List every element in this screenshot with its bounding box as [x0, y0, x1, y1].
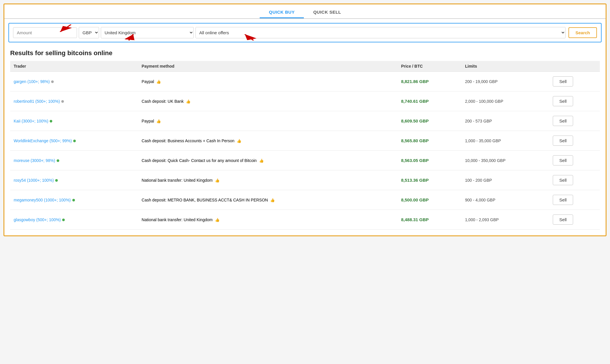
- price-value: 8,740.61 GBP: [401, 99, 429, 104]
- price-value: 8,488.31 GBP: [401, 217, 429, 222]
- price-value: 8,565.80 GBP: [401, 138, 429, 143]
- thumbs-up-icon: 👍: [215, 178, 220, 183]
- trader-link[interactable]: robertino81 (500+; 100%): [14, 99, 60, 104]
- payment-cell: Cash deposit: METRO BANK, BUSINESS ACCT&…: [138, 190, 398, 210]
- trader-cell: gargen (100+; 98%): [10, 72, 138, 91]
- trader-cell: WorldlinkExchange (500+; 99%): [10, 131, 138, 151]
- trader-link[interactable]: rosy54 (1000+; 100%): [14, 178, 54, 183]
- status-dot: [62, 219, 65, 221]
- sell-button[interactable]: Sell: [553, 195, 573, 205]
- table-row: rosy54 (1000+; 100%)National bank transf…: [10, 170, 600, 190]
- sell-button[interactable]: Sell: [553, 215, 573, 225]
- trader-cell: megamoney500 (1000+; 100%): [10, 190, 138, 210]
- results-title: Results for selling bitcoins online: [10, 49, 600, 57]
- sell-cell: Sell: [549, 72, 600, 91]
- price-cell: 8,740.61 GBP: [398, 91, 462, 111]
- offers-select[interactable]: All online offers Cash deposit Paypal Na…: [195, 27, 566, 38]
- table-row: gargen (100+; 98%)Paypal 👍8,821.86 GBP20…: [10, 72, 600, 91]
- tab-bar: QUICK BUY QUICK SELL: [4, 4, 606, 19]
- status-dot: [73, 140, 76, 142]
- currency-select[interactable]: GBP USD EUR: [79, 27, 99, 38]
- col-header-action: [549, 61, 600, 72]
- status-dot: [55, 179, 58, 182]
- search-bar: GBP USD EUR United Kingdom United States…: [8, 23, 602, 42]
- country-select[interactable]: United Kingdom United States Germany: [101, 27, 194, 38]
- thumbs-up-icon: 👍: [156, 119, 161, 123]
- limits-cell: 1,000 - 35,000 GBP: [462, 131, 549, 151]
- price-cell: 8,563.05 GBP: [398, 151, 462, 170]
- price-value: 8,609.50 GBP: [401, 118, 429, 123]
- results-section: Results for selling bitcoins online Trad…: [4, 46, 606, 235]
- sell-button[interactable]: Sell: [553, 76, 573, 87]
- sell-cell: Sell: [549, 210, 600, 230]
- price-cell: 8,609.50 GBP: [398, 111, 462, 131]
- price-cell: 8,565.80 GBP: [398, 131, 462, 151]
- limits-cell: 1,000 - 2,093 GBP: [462, 210, 549, 230]
- limits-cell: 100 - 200 GBP: [462, 170, 549, 190]
- payment-cell: Paypal 👍: [138, 111, 398, 131]
- table-row: megamoney500 (1000+; 100%)Cash deposit: …: [10, 190, 600, 210]
- thumbs-up-icon: 👍: [259, 158, 264, 163]
- trader-cell: Kaii (3000+; 100%): [10, 111, 138, 131]
- amount-input[interactable]: [13, 27, 77, 38]
- col-header-limits: Limits: [462, 61, 549, 72]
- status-dot: [50, 120, 52, 122]
- table-row: Kaii (3000+; 100%)Paypal 👍8,609.50 GBP20…: [10, 111, 600, 131]
- sell-button[interactable]: Sell: [553, 155, 573, 165]
- thumbs-up-icon: 👍: [237, 139, 241, 143]
- search-bar-wrapper: GBP USD EUR United Kingdom United States…: [4, 23, 606, 42]
- trader-link[interactable]: WorldlinkExchange (500+; 99%): [14, 138, 72, 143]
- price-value: 8,563.05 GBP: [401, 158, 429, 163]
- sell-button[interactable]: Sell: [553, 116, 573, 126]
- price-value: 8,500.00 GBP: [401, 197, 429, 202]
- search-button[interactable]: Search: [568, 27, 597, 38]
- price-cell: 8,488.31 GBP: [398, 210, 462, 230]
- thumbs-up-icon: 👍: [156, 80, 161, 84]
- sell-cell: Sell: [549, 151, 600, 170]
- table-row: WorldlinkExchange (500+; 99%)Cash deposi…: [10, 131, 600, 151]
- limits-cell: 900 - 4,000 GBP: [462, 190, 549, 210]
- price-value: 8,821.86 GBP: [401, 79, 429, 84]
- trader-link[interactable]: moreuse (3000+; 98%): [14, 158, 55, 163]
- trader-link[interactable]: gargen (100+; 98%): [14, 79, 50, 84]
- tab-quick-sell[interactable]: QUICK SELL: [304, 7, 350, 18]
- col-header-price: Price / BTC: [398, 61, 462, 72]
- sell-button[interactable]: Sell: [553, 175, 573, 185]
- sell-cell: Sell: [549, 91, 600, 111]
- trader-cell: glasgowboy (500+; 100%): [10, 210, 138, 230]
- sell-button[interactable]: Sell: [553, 96, 573, 106]
- thumbs-up-icon: 👍: [186, 99, 191, 104]
- limits-cell: 2,000 - 100,000 GBP: [462, 91, 549, 111]
- trader-link[interactable]: glasgowboy (500+; 100%): [14, 217, 61, 222]
- trader-link[interactable]: megamoney500 (1000+; 100%): [14, 198, 71, 202]
- tab-quick-buy[interactable]: QUICK BUY: [260, 7, 304, 18]
- trader-cell: moreuse (3000+; 98%): [10, 151, 138, 170]
- table-row: moreuse (3000+; 98%)Cash deposit: Quick …: [10, 151, 600, 170]
- status-dot: [51, 80, 54, 83]
- status-dot: [57, 159, 59, 162]
- table-row: glasgowboy (500+; 100%)National bank tra…: [10, 210, 600, 230]
- status-dot: [72, 199, 75, 201]
- price-cell: 8,821.86 GBP: [398, 72, 462, 91]
- sell-button[interactable]: Sell: [553, 136, 573, 146]
- price-cell: 8,500.00 GBP: [398, 190, 462, 210]
- trader-link[interactable]: Kaii (3000+; 100%): [14, 119, 48, 123]
- thumbs-up-icon: 👍: [270, 198, 275, 202]
- limits-cell: 10,000 - 350,000 GBP: [462, 151, 549, 170]
- col-header-payment: Payment method: [138, 61, 398, 72]
- price-value: 8,513.36 GBP: [401, 178, 429, 183]
- payment-cell: Cash deposit: Quick Cash- Contact us for…: [138, 151, 398, 170]
- limits-cell: 200 - 573 GBP: [462, 111, 549, 131]
- payment-cell: National bank transfer: United Kingdom 👍: [138, 170, 398, 190]
- main-container: QUICK BUY QUICK SELL GBP USD EUR United …: [3, 3, 607, 236]
- payment-cell: National bank transfer: United Kingdom 👍: [138, 210, 398, 230]
- limits-cell: 200 - 19,000 GBP: [462, 72, 549, 91]
- sell-cell: Sell: [549, 111, 600, 131]
- sell-cell: Sell: [549, 170, 600, 190]
- sell-cell: Sell: [549, 131, 600, 151]
- price-cell: 8,513.36 GBP: [398, 170, 462, 190]
- table-row: robertino81 (500+; 100%)Cash deposit: UK…: [10, 91, 600, 111]
- status-dot: [61, 100, 64, 103]
- trader-cell: rosy54 (1000+; 100%): [10, 170, 138, 190]
- payment-cell: Cash deposit: Business Accounts + Cash I…: [138, 131, 398, 151]
